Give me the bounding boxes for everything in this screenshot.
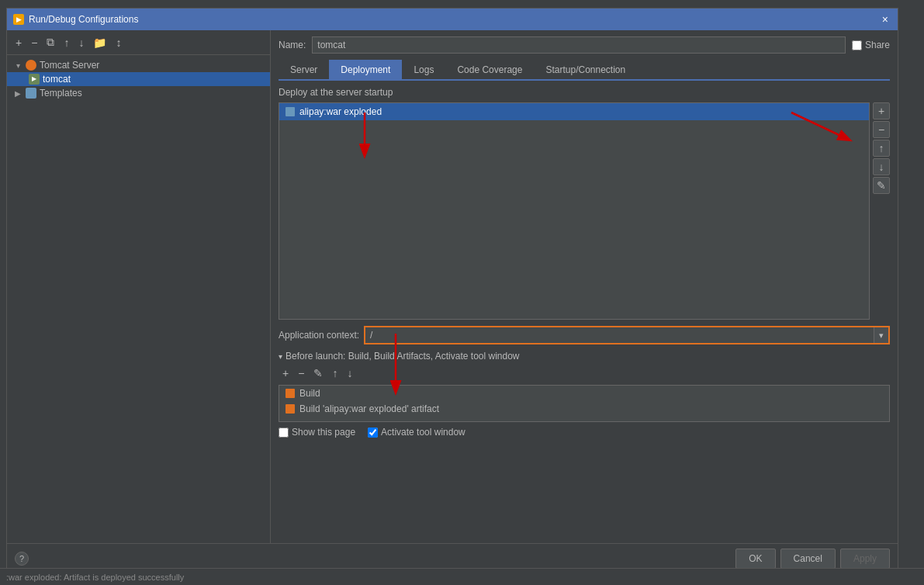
bl-up-button[interactable]: ↑	[328, 365, 341, 382]
context-input[interactable]	[365, 327, 874, 343]
deploy-down-button[interactable]: ↓	[873, 158, 890, 175]
move-up-button[interactable]: ↑	[60, 34, 73, 51]
deploy-list: alipay:war exploded	[279, 102, 870, 320]
status-bar: :war exploded: Artifact is deployed succ…	[0, 568, 924, 585]
ok-button[interactable]: OK	[735, 549, 775, 569]
share-checkbox-row: Share	[852, 40, 890, 50]
left-toolbar: + − ⧉ ↑ ↓ 📁 ↕	[7, 30, 270, 55]
bl-build-label: Build	[299, 388, 320, 399]
apply-button[interactable]: Apply	[840, 549, 890, 569]
deploy-up-button[interactable]: ↑	[873, 140, 890, 157]
before-launch-header[interactable]: ▾ Before launch: Build, Build Artifacts,…	[279, 351, 890, 362]
context-input-wrapper: ▾	[364, 326, 890, 344]
folder-button[interactable]: 📁	[89, 34, 110, 51]
checkboxes-row: Show this page Activate tool window	[279, 427, 890, 438]
tab-server[interactable]: Server	[279, 60, 329, 79]
tomcat-server-label: Tomcat Server	[40, 60, 99, 71]
expand-arrow-templates: ▶	[13, 89, 22, 98]
name-label: Name:	[279, 40, 306, 50]
deploy-edit-button[interactable]: ✎	[873, 177, 890, 194]
deploy-remove-button[interactable]: −	[873, 121, 890, 138]
close-button[interactable]: ×	[879, 14, 891, 25]
tab-deployment[interactable]: Deployment	[329, 60, 402, 79]
left-panel: + − ⧉ ↑ ↓ 📁 ↕ ▾ Tomcat Server ▶ tomcat	[7, 30, 271, 543]
bl-edit-button[interactable]: ✎	[310, 365, 327, 382]
show-page-item: Show this page	[279, 427, 355, 438]
show-page-checkbox[interactable]	[279, 428, 289, 438]
app-context-label: Application context:	[279, 330, 359, 341]
activate-tool-item: Activate tool window	[368, 427, 465, 438]
bl-artifact-label: Build 'alipay:war exploded' artifact	[299, 403, 439, 414]
name-row: Name: Share	[279, 36, 890, 54]
tree-item-tomcat[interactable]: ▶ tomcat	[7, 72, 270, 86]
tomcat-child-label: tomcat	[43, 74, 71, 85]
right-panel: Name: Share Server Deployment Logs Code …	[271, 30, 898, 543]
bl-item-build: Build	[279, 386, 889, 401]
name-input[interactable]	[312, 36, 846, 54]
context-dropdown-button[interactable]: ▾	[874, 327, 888, 343]
move-down-button[interactable]: ↓	[74, 34, 88, 51]
bottom-buttons: OK Cancel Apply	[735, 549, 890, 569]
config-tree: ▾ Tomcat Server ▶ tomcat ▶ Templates	[7, 55, 270, 543]
build-icon	[286, 389, 295, 398]
tomcat-config-icon: ▶	[29, 74, 40, 85]
copy-config-button[interactable]: ⧉	[43, 33, 58, 51]
expand-arrow-tomcat: ▾	[13, 61, 22, 70]
tomcat-server-icon	[26, 60, 36, 71]
activate-tool-checkbox[interactable]	[368, 428, 378, 438]
show-page-label: Show this page	[292, 427, 355, 438]
deploy-side-buttons: + − ↑ ↓ ✎	[873, 102, 890, 320]
bottom-left: ?	[15, 552, 29, 566]
tab-code-coverage[interactable]: Code Coverage	[445, 60, 534, 79]
app-context-row: Application context: ▾	[279, 326, 890, 344]
artifact-build-icon	[286, 404, 295, 414]
bl-add-button[interactable]: +	[279, 365, 292, 382]
tree-item-templates[interactable]: ▶ Templates	[7, 86, 270, 100]
deploy-section-label: Deploy at the server startup	[279, 87, 890, 98]
dialog-title: ▶ Run/Debug Configurations	[13, 14, 138, 25]
sort-button[interactable]: ↕	[112, 34, 125, 51]
before-launch-toolbar: + − ✎ ↑ ↓	[279, 365, 890, 382]
tab-logs[interactable]: Logs	[402, 60, 445, 79]
tabs-row: Server Deployment Logs Code Coverage Sta…	[279, 60, 890, 81]
run-debug-dialog: ▶ Run/Debug Configurations × + − ⧉ ↑ ↓ 📁…	[6, 8, 898, 574]
artifact-icon	[286, 107, 295, 116]
deployment-section: Deploy at the server startup alipay:war …	[279, 87, 890, 444]
tree-item-tomcat-server[interactable]: ▾ Tomcat Server	[7, 58, 270, 72]
dialog-titlebar: ▶ Run/Debug Configurations ×	[7, 9, 898, 30]
bl-down-button[interactable]: ↓	[343, 365, 356, 382]
dialog-body: + − ⧉ ↑ ↓ 📁 ↕ ▾ Tomcat Server ▶ tomcat	[7, 30, 898, 543]
remove-config-button[interactable]: −	[27, 34, 41, 51]
deploy-list-item[interactable]: alipay:war exploded	[279, 103, 869, 120]
share-checkbox[interactable]	[852, 40, 862, 50]
deploy-list-container: alipay:war exploded + − ↑ ↓ ✎	[279, 102, 890, 320]
tab-startup-connection[interactable]: Startup/Connection	[534, 60, 637, 79]
before-launch-list: Build Build 'alipay:war exploded' artifa…	[279, 385, 890, 422]
bl-remove-button[interactable]: −	[294, 365, 308, 382]
activate-tool-label: Activate tool window	[381, 427, 465, 438]
help-button[interactable]: ?	[15, 552, 29, 566]
deploy-item-label: alipay:war exploded	[299, 106, 382, 117]
templates-label: Templates	[40, 88, 82, 99]
bl-item-artifact: Build 'alipay:war exploded' artifact	[279, 401, 889, 417]
collapse-arrow: ▾	[279, 352, 282, 361]
deploy-add-button[interactable]: +	[873, 102, 890, 119]
status-text: :war exploded: Artifact is deployed succ…	[6, 573, 184, 582]
add-config-button[interactable]: +	[12, 34, 26, 51]
dialog-title-text: Run/Debug Configurations	[29, 14, 138, 25]
templates-icon	[26, 88, 36, 99]
before-launch-label: Before launch: Build, Build Artifacts, A…	[286, 351, 520, 362]
cancel-button[interactable]: Cancel	[780, 549, 836, 569]
share-label: Share	[865, 40, 890, 50]
dialog-icon: ▶	[13, 14, 24, 25]
